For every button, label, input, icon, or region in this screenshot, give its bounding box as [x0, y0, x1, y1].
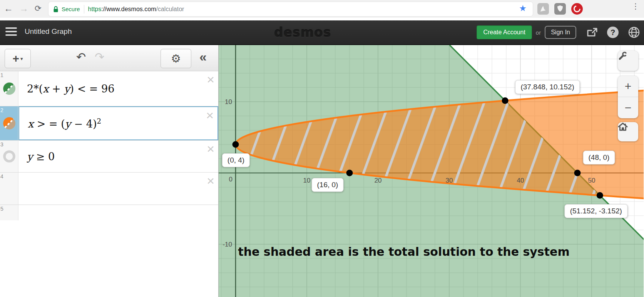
delete-expression-icon[interactable]: ×: [207, 174, 214, 187]
point-label: (0, 4): [222, 153, 250, 167]
undo-icon[interactable]: ↶: [74, 50, 88, 64]
create-account-button[interactable]: Create Account: [477, 25, 532, 39]
axis-tick-label: 20: [375, 177, 382, 184]
row-gutter[interactable]: 4: [0, 173, 18, 205]
secure-lock-icon: [53, 6, 59, 13]
row-number: 5: [0, 206, 3, 212]
expression-input[interactable]: y ≥ 0×: [18, 141, 218, 172]
point-label: (48, 0): [583, 151, 615, 164]
axis-tick-label: 10: [225, 98, 232, 106]
expression-row-4[interactable]: 4 ×: [0, 173, 218, 205]
graph-paper[interactable]: 0102030405010-10 the shaded area is the …: [219, 45, 644, 297]
gear-icon: ⚙: [171, 52, 181, 65]
back-icon[interactable]: ←: [4, 2, 13, 15]
point-label: (51.152, -3.152): [565, 204, 627, 218]
axis-tick-label: -10: [222, 241, 232, 248]
secure-label: Secure: [62, 6, 80, 12]
zoom-out-button[interactable]: −: [618, 97, 638, 118]
wrench-settings-button[interactable]: [618, 51, 638, 71]
url-host: ://www.desmos.com: [101, 6, 156, 12]
inequality-style-icon[interactable]: [3, 82, 16, 95]
url-text: https://www.desmos.com/calculator: [88, 6, 184, 13]
axis-tick-label: 30: [446, 177, 453, 184]
home-icon: [618, 122, 628, 131]
collapse-panel-icon[interactable]: «: [197, 49, 209, 65]
desmos-calculator-window: ← → ⟳ Secure https://www.desmos.com/calc…: [0, 0, 644, 297]
address-bar[interactable]: Secure https://www.desmos.com/calculator…: [48, 2, 533, 17]
expression-panel: +▾ ↶ ↷ ⚙ « 1 2*(x + y) < = 96× 2: [0, 45, 219, 297]
home-zoom-button[interactable]: [618, 122, 638, 141]
graph-settings-button[interactable]: ⚙: [161, 49, 191, 68]
bookmark-star-icon[interactable]: ★: [519, 3, 527, 13]
expression-row-3[interactable]: 3 y ≥ 0×: [0, 141, 218, 173]
url-scheme: https: [88, 6, 102, 12]
inequality-style-icon[interactable]: [3, 117, 16, 130]
redo-icon[interactable]: ↷: [92, 50, 107, 64]
expression-row-2[interactable]: 2 x > = (y − 4)2×: [0, 106, 218, 141]
share-icon[interactable]: [585, 27, 598, 38]
main-menu-icon[interactable]: [5, 27, 17, 38]
plot-svg: 0102030405010-10: [219, 45, 644, 297]
expression-row-1[interactable]: 1 2*(x + y) < = 96×: [0, 71, 218, 106]
row-number: 4: [0, 173, 3, 180]
add-expression-button[interactable]: +▾: [5, 49, 31, 68]
delete-expression-icon[interactable]: ×: [207, 73, 214, 86]
omnibox-divider: [84, 5, 84, 13]
wrench-icon: [618, 51, 628, 61]
url-path: /calculator: [156, 6, 184, 12]
expression-input[interactable]: x > = (y − 4)2×: [18, 106, 218, 140]
sign-in-button[interactable]: Sign In: [545, 26, 576, 39]
browser-menu-icon[interactable]: ⋮: [632, 2, 639, 11]
help-icon[interactable]: ?: [607, 27, 619, 38]
equation-text: 2*(x + y) < = 96: [18, 83, 114, 95]
zoom-in-button[interactable]: +: [618, 76, 638, 97]
expression-row-5[interactable]: 5: [0, 205, 218, 220]
pdf-extension-icon[interactable]: [537, 3, 549, 15]
graph-title[interactable]: Untitled Graph: [25, 27, 72, 36]
intersection-point[interactable]: [574, 170, 581, 176]
row-number: 2: [0, 107, 3, 113]
browser-toolbar: ← → ⟳ Secure https://www.desmos.com/calc…: [0, 0, 644, 18]
point-label: (16, 0): [312, 178, 344, 192]
delete-expression-icon[interactable]: ×: [207, 142, 214, 155]
reload-icon[interactable]: ⟳: [35, 2, 42, 15]
row-gutter[interactable]: 3: [0, 141, 18, 172]
intersection-point[interactable]: [346, 170, 353, 176]
or-label: or: [536, 29, 541, 36]
axis-tick-label: 10: [303, 177, 311, 184]
axis-tick-label: 40: [517, 177, 524, 184]
row-number: 3: [0, 141, 3, 148]
axis-tick-label: 0: [229, 176, 233, 183]
intersection-point[interactable]: [233, 141, 239, 148]
desmos-logo: desmos: [274, 25, 331, 40]
intersection-point[interactable]: [502, 97, 509, 104]
forward-icon[interactable]: →: [19, 2, 28, 15]
window-gap: [0, 18, 644, 20]
expression-input[interactable]: [18, 205, 218, 220]
expression-toolbar: +▾ ↶ ↷ ⚙ «: [0, 45, 218, 71]
delete-expression-icon[interactable]: ×: [206, 109, 214, 122]
equation-text: y ≥ 0: [18, 151, 55, 163]
row-gutter[interactable]: 2: [0, 106, 18, 140]
expression-input[interactable]: 2*(x + y) < = 96×: [18, 71, 218, 106]
expression-input[interactable]: ×: [18, 173, 218, 205]
annotation-text: the shaded area is the total solution to…: [238, 245, 569, 258]
expression-list: 1 2*(x + y) < = 96× 2 x > = (y − 4)2× 3 …: [0, 71, 218, 220]
row-number: 1: [0, 72, 3, 78]
zoom-controls: + −: [618, 76, 638, 118]
row-gutter[interactable]: 5: [0, 205, 18, 220]
language-globe-icon[interactable]: [628, 26, 640, 39]
point-label: (37.848, 10.152): [515, 80, 579, 94]
row-gutter[interactable]: 1: [0, 71, 18, 106]
desmos-header: Untitled Graph desmos Create Account or …: [0, 20, 644, 45]
equation-text: x > = (y − 4)2: [19, 117, 101, 130]
shield-extension-icon[interactable]: [554, 3, 566, 15]
red-extension-icon[interactable]: [571, 3, 583, 15]
hidden-curve-icon[interactable]: [3, 150, 16, 163]
axis-tick-label: 50: [588, 177, 595, 184]
intersection-point[interactable]: [597, 192, 603, 199]
